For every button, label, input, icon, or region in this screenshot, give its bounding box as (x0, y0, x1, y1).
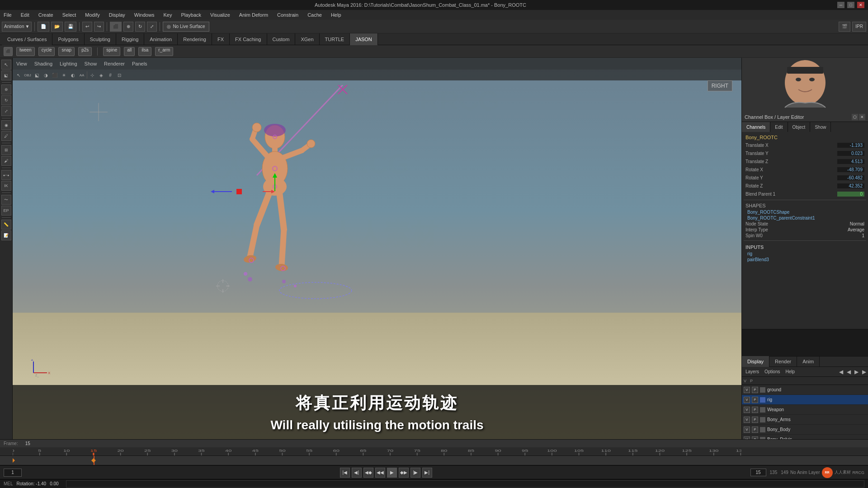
goto-end-btn[interactable]: ▶| (422, 468, 432, 478)
ground-visible[interactable]: V (744, 387, 750, 393)
show-tab[interactable]: Show (810, 122, 831, 132)
mel-input[interactable] (66, 480, 864, 488)
select-btn[interactable]: ⬛ (110, 22, 122, 32)
play-forward-btn[interactable]: ▶ (387, 468, 397, 478)
weapon-visible[interactable]: V (744, 407, 750, 413)
body-label[interactable]: Bony_Body (767, 427, 866, 432)
rotate-tool[interactable]: ↻ (1, 95, 11, 105)
snap-btn[interactable]: snap (58, 47, 75, 56)
cycle-btn[interactable]: cycle (38, 47, 55, 56)
menu-item-modify[interactable]: Modify (83, 11, 101, 19)
rotate-btn[interactable]: ↻ (135, 22, 145, 32)
new-file-btn[interactable]: 📄 (38, 22, 49, 32)
pelvis-visible[interactable]: V (744, 436, 750, 440)
menu-item-windows[interactable]: Windows (132, 11, 156, 19)
arms-visible[interactable]: V (744, 417, 750, 423)
play-back-btn[interactable]: ◀◀ (375, 468, 385, 478)
view-menu[interactable]: View (16, 61, 27, 66)
tab-turtle[interactable]: TURTLE (320, 33, 350, 45)
shadow-btn[interactable]: ◐ (69, 71, 77, 79)
layer-nav-btn4[interactable]: ▶ (862, 369, 866, 375)
move-tool[interactable]: ⊕ (1, 84, 11, 94)
arms-label[interactable]: Bony_Arms (767, 417, 866, 422)
menu-item-key[interactable]: Key (161, 11, 174, 19)
channels-tab[interactable]: Channels (742, 122, 770, 132)
timeline-track[interactable] (0, 455, 868, 465)
all-btn[interactable]: all (124, 47, 135, 56)
close-btn[interactable]: ✕ (857, 2, 864, 8)
menu-item-file[interactable]: File (2, 11, 14, 19)
ground-playback[interactable]: P (752, 387, 758, 393)
viewport[interactable]: 人人素材 RRCG 人人素材 RRCG RRCG 人人素材 RRCG 人人素材 … (13, 58, 741, 439)
weapon-playback[interactable]: P (752, 407, 758, 413)
spine-btn[interactable]: spine (103, 47, 120, 56)
next-key-btn[interactable]: ◆▶ (399, 468, 409, 478)
tab-xgen[interactable]: XGen (295, 33, 319, 45)
input-pairblend[interactable]: pairBlend3 (744, 257, 866, 263)
wireframe-btn[interactable]: ⬕ (33, 71, 41, 79)
tab-fx-caching[interactable]: FX Caching (230, 33, 267, 45)
shading-menu[interactable]: Shading (34, 61, 52, 66)
tab-polygons[interactable]: Polygons (52, 33, 84, 45)
tab-rigging[interactable]: Rigging (116, 33, 144, 45)
shape-1[interactable]: Bony_ROOTCShape (744, 209, 866, 215)
menu-item-create[interactable]: Create (37, 11, 55, 19)
select-mode-btn[interactable]: ↖ (14, 71, 23, 79)
tab-rendering[interactable]: Rendering (178, 33, 212, 45)
step-back-btn[interactable]: ◀| (352, 468, 362, 478)
body-playback[interactable]: P (752, 427, 758, 433)
menu-item-cache[interactable]: Cache (306, 11, 324, 19)
display-tab[interactable]: Display (742, 356, 769, 367)
object-tab[interactable]: Object (788, 122, 811, 132)
lasso-tool[interactable]: ⬕ (1, 70, 11, 80)
help-subtab[interactable]: Help (783, 368, 797, 375)
pelvis-playback[interactable]: P (752, 436, 758, 440)
ep-curve-tool[interactable]: EP (1, 206, 11, 216)
tween-btn[interactable]: tween (16, 47, 35, 56)
rig-visible[interactable]: V (744, 397, 750, 403)
render-tab[interactable]: Render (769, 356, 797, 367)
paint-tool[interactable]: 🖌 (1, 156, 11, 166)
layer-nav-btn2[interactable]: ◀ (847, 369, 851, 375)
options-subtab[interactable]: Options (763, 368, 782, 375)
panels-menu[interactable]: Panels (132, 61, 147, 66)
menu-item-anim-deform[interactable]: Anim Deform (237, 11, 270, 19)
cb-close-btn[interactable]: ✕ (859, 114, 865, 120)
step-forward-btn[interactable]: |▶ (410, 468, 420, 478)
tab-custom[interactable]: Custom (267, 33, 296, 45)
curve-tool[interactable]: 〜 (1, 195, 11, 205)
scale-btn[interactable]: ⤢ (147, 22, 157, 32)
live-surface-btn[interactable]: ◎ No Live Surface (163, 22, 209, 32)
menu-item-display[interactable]: Display (107, 11, 127, 19)
tab-sculpting[interactable]: Sculpting (85, 33, 116, 45)
p2s-btn[interactable]: p2s (78, 47, 92, 56)
iso-btn[interactable]: ◈ (97, 71, 105, 79)
ik-tool[interactable]: IK (1, 181, 11, 191)
prev-key-btn[interactable]: ◀◆ (363, 468, 373, 478)
light-btn[interactable]: ☀ (60, 71, 68, 79)
menu-item-constrain[interactable]: Constrain (275, 11, 300, 19)
node-name[interactable]: Bony_ROOTC (744, 134, 866, 141)
menu-item-select[interactable]: Select (61, 11, 78, 19)
tab-animation[interactable]: Animation (144, 33, 178, 45)
menu-item-playback[interactable]: Playback (179, 11, 203, 19)
lighting-menu[interactable]: Lighting (60, 61, 77, 66)
cb-dock-btn[interactable]: ⬡ (852, 114, 858, 120)
goto-start-btn[interactable]: |◀ (340, 468, 350, 478)
layer-nav-btn1[interactable]: ◀ (839, 369, 843, 375)
start-frame-input[interactable] (4, 469, 22, 477)
create-joint-tool[interactable]: ●─● (1, 170, 11, 180)
hud-btn[interactable]: ⊡ (115, 71, 123, 79)
tab-curves-surfaces[interactable]: Curves / Surfaces (2, 33, 52, 45)
weapon-label[interactable]: Weapon (767, 407, 866, 412)
texture-btn[interactable]: ⬛ (51, 71, 59, 79)
maximize-btn[interactable]: □ (847, 2, 854, 8)
scale-tool[interactable]: ⤢ (1, 106, 11, 116)
r-arm-btn[interactable]: r_arm (155, 47, 173, 56)
soft-mod-tool[interactable]: ◉ (1, 120, 11, 130)
aa-btn[interactable]: AA (78, 71, 86, 79)
renderer-menu[interactable]: Renderer (104, 61, 125, 66)
ground-label[interactable]: ground (767, 387, 866, 392)
rig-label[interactable]: rig (767, 397, 866, 402)
open-file-btn[interactable]: 📂 (51, 22, 63, 32)
